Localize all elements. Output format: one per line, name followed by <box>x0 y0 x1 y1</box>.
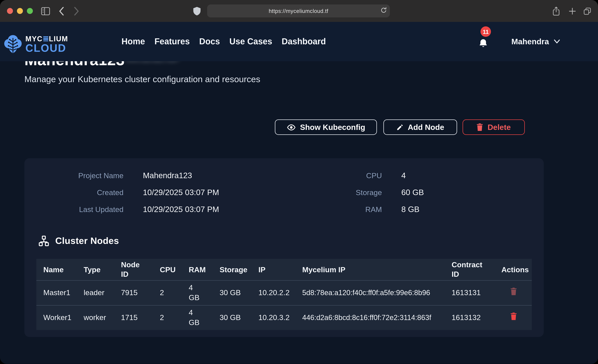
nav-item-home[interactable]: Home <box>122 37 145 47</box>
info-label-storage: Storage <box>282 188 382 198</box>
col-ram: RAM <box>182 259 213 280</box>
chevron-down-icon <box>554 39 560 44</box>
chevron-right-icon <box>74 7 79 15</box>
cell-type: leader <box>77 280 114 305</box>
info-value-created: 10/29/2025 03:07 PM <box>143 188 219 198</box>
tab-overview-button[interactable] <box>581 0 594 22</box>
nav-item-dashboard[interactable]: Dashboard <box>282 37 326 47</box>
info-label-ram: RAM <box>282 205 382 215</box>
cluster-nodes-title: Cluster Nodes <box>55 235 119 246</box>
cell-mycelium-ip: 446:d2a6:8bcd:8c16:ff0f:72e2:3114:863f <box>295 305 445 330</box>
shield-icon[interactable] <box>193 7 201 16</box>
page-subtitle: Manage your Kubernetes cluster configura… <box>25 74 260 85</box>
col-name: Name <box>36 259 77 280</box>
cell-actions <box>494 280 532 305</box>
chevron-left-icon <box>58 7 64 15</box>
info-value-cpu: 4 <box>401 171 406 181</box>
col-mycelium-ip: Mycelium IP <box>295 259 445 280</box>
minimize-button[interactable] <box>17 8 23 14</box>
info-value-project-name: Mahendra123 <box>143 171 192 181</box>
info-value-ram: 8 GB <box>401 205 419 215</box>
user-menu[interactable]: Mahendra <box>511 22 560 61</box>
cell-cpu: 2 <box>153 280 182 305</box>
info-label-last-updated: Last Updated <box>25 205 124 215</box>
info-label-cpu: CPU <box>282 171 382 181</box>
notifications-button[interactable]: 11 <box>478 22 499 61</box>
safari-window: https://myceliumcloud.tf <box>0 0 598 364</box>
back-button[interactable] <box>56 0 67 22</box>
tabs-icon <box>583 7 591 15</box>
cell-actions <box>494 305 532 330</box>
plus-icon <box>568 7 576 15</box>
nav-item-use-cases[interactable]: Use Cases <box>229 37 272 47</box>
logo-word1-post: LIUM <box>49 35 68 43</box>
info-value-storage: 60 GB <box>401 188 424 198</box>
logo-word1-pre: MYC <box>25 35 43 43</box>
browser-toolbar: https://myceliumcloud.tf <box>0 0 598 22</box>
add-node-label: Add Node <box>408 123 444 132</box>
sitemap-icon <box>38 235 49 246</box>
zoom-button[interactable] <box>27 8 33 14</box>
address-bar[interactable]: https://myceliumcloud.tf <box>207 4 390 17</box>
nav-item-docs[interactable]: Docs <box>199 37 220 47</box>
eye-icon <box>287 124 296 131</box>
col-cpu: CPU <box>153 259 182 280</box>
cell-node-id: 1715 <box>114 305 153 330</box>
trash-icon <box>477 124 483 131</box>
delete-cluster-button[interactable]: Delete <box>463 119 525 135</box>
window-controls <box>7 8 33 14</box>
show-kubeconfig-label: Show Kubeconfig <box>300 123 365 132</box>
share-button[interactable] <box>550 0 563 22</box>
cell-ram: 4 GB <box>182 280 213 305</box>
nav-item-features[interactable]: Features <box>155 37 190 47</box>
sidebar-toggle-button[interactable] <box>39 0 52 22</box>
cell-storage: 30 GB <box>213 305 251 330</box>
logo-e-bars-icon <box>43 36 48 41</box>
cluster-card: Project Name Mahendra123 Created 10/29/2… <box>25 158 544 337</box>
cell-storage: 30 GB <box>213 280 251 305</box>
logo-word2: CLOUD <box>25 43 68 54</box>
delete-node-button[interactable] <box>510 288 517 295</box>
url-text: https://myceliumcloud.tf <box>269 8 328 14</box>
info-value-last-updated: 10/29/2025 03:07 PM <box>143 205 219 215</box>
new-tab-button[interactable] <box>566 0 579 22</box>
table-row-master1: Master1 leader 7915 2 4 GB 30 GB 10.20.2… <box>36 280 532 305</box>
sidebar-icon <box>41 7 50 15</box>
col-actions: Actions <box>494 259 532 280</box>
trash-icon <box>510 288 517 295</box>
logo[interactable]: MYCLIUM CLOUD <box>4 34 68 55</box>
close-button[interactable] <box>7 8 13 14</box>
reload-icon <box>380 7 387 14</box>
reload-button[interactable] <box>380 7 387 15</box>
delete-node-button[interactable] <box>510 313 517 320</box>
table-header-row: Name Type Node ID CPU RAM Storage IP Myc… <box>36 259 532 280</box>
table-row-worker1: Worker1 worker 1715 2 4 GB 30 GB 10.20.3… <box>36 305 532 330</box>
cell-name: Worker1 <box>36 305 77 330</box>
pencil-icon <box>396 124 403 131</box>
cell-type: worker <box>77 305 114 330</box>
col-type: Type <box>77 259 114 280</box>
add-node-button[interactable]: Add Node <box>383 119 457 135</box>
cluster-nodes-table: Name Type Node ID CPU RAM Storage IP Myc… <box>36 259 532 330</box>
screen: https://myceliumcloud.tf <box>0 0 598 364</box>
col-node-id: Node ID <box>114 259 153 280</box>
cell-cpu: 2 <box>153 305 182 330</box>
cell-contract-id: 1613132 <box>445 305 494 330</box>
share-icon <box>552 6 560 16</box>
col-storage: Storage <box>213 259 251 280</box>
cell-mycelium-ip: 5d8:78ea:a120:f40c:ff0f:a5fe:99e6:8b96 <box>295 280 445 305</box>
show-kubeconfig-button[interactable]: Show Kubeconfig <box>275 119 377 135</box>
cell-node-id: 7915 <box>114 280 153 305</box>
page-content: Mahendra123 Mahendra123 Manage your Kube… <box>0 61 598 364</box>
cell-ip: 10.20.2.2 <box>251 280 295 305</box>
nav-menu: Home Features Docs Use Cases Dashboard <box>122 22 326 61</box>
logo-cloud-icon <box>4 34 22 55</box>
forward-button[interactable] <box>71 0 82 22</box>
info-label-created: Created <box>25 188 124 198</box>
site-navbar: MYCLIUM CLOUD Home Features Docs Use Cas… <box>0 22 598 61</box>
trash-icon <box>510 313 517 320</box>
cell-contract-id: 1613131 <box>445 280 494 305</box>
col-contract-id: Contract ID <box>445 259 494 280</box>
notification-badge: 11 <box>481 26 491 37</box>
delete-label: Delete <box>488 123 511 132</box>
